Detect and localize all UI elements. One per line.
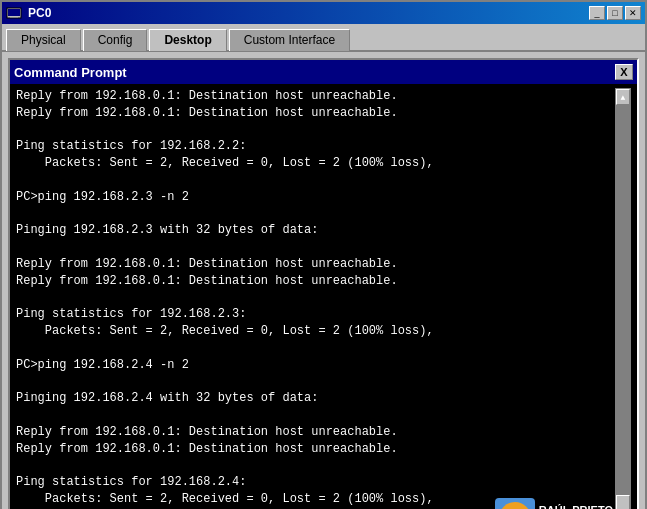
maximize-button[interactable]: □ <box>607 6 623 20</box>
tab-config[interactable]: Config <box>83 29 148 51</box>
scrollbar-thumb[interactable] <box>616 495 630 509</box>
cmd-window: Command Prompt X Reply from 192.168.0.1:… <box>8 58 639 509</box>
watermark-logo <box>495 498 535 509</box>
window-controls: _ □ ✕ <box>589 6 641 20</box>
cmd-wrapper: Command Prompt X Reply from 192.168.0.1:… <box>8 58 639 509</box>
svg-rect-2 <box>10 17 18 18</box>
close-button[interactable]: ✕ <box>625 6 641 20</box>
svg-point-3 <box>499 502 531 509</box>
tab-custom-interface[interactable]: Custom Interface <box>229 29 350 51</box>
cmd-title-bar: Command Prompt X <box>10 60 637 84</box>
watermark: RAÚL PRIETO FERNÁNDEZ <box>495 498 613 509</box>
window-title: PC0 <box>28 6 589 20</box>
scrollbar-up-button[interactable]: ▲ <box>616 89 630 105</box>
main-window: PC0 _ □ ✕ Physical Config Desktop Custom… <box>0 0 647 509</box>
cmd-scrollbar[interactable]: ▲ ▼ <box>615 88 631 509</box>
window-icon <box>6 5 22 21</box>
cmd-title-text: Command Prompt <box>14 65 127 80</box>
tab-physical[interactable]: Physical <box>6 29 81 51</box>
content-area: Command Prompt X Reply from 192.168.0.1:… <box>2 52 645 509</box>
tab-bar: Physical Config Desktop Custom Interface <box>2 24 645 52</box>
watermark-label: RAÚL PRIETO FERNÁNDEZ <box>539 503 613 509</box>
scrollbar-track[interactable] <box>616 105 630 509</box>
cmd-text-area[interactable]: Reply from 192.168.0.1: Destination host… <box>16 88 615 509</box>
svg-rect-1 <box>8 9 20 16</box>
title-bar: PC0 _ □ ✕ <box>2 2 645 24</box>
tab-desktop[interactable]: Desktop <box>149 29 226 51</box>
minimize-button[interactable]: _ <box>589 6 605 20</box>
cmd-close-button[interactable]: X <box>615 64 633 80</box>
cmd-body: Reply from 192.168.0.1: Destination host… <box>10 84 637 509</box>
